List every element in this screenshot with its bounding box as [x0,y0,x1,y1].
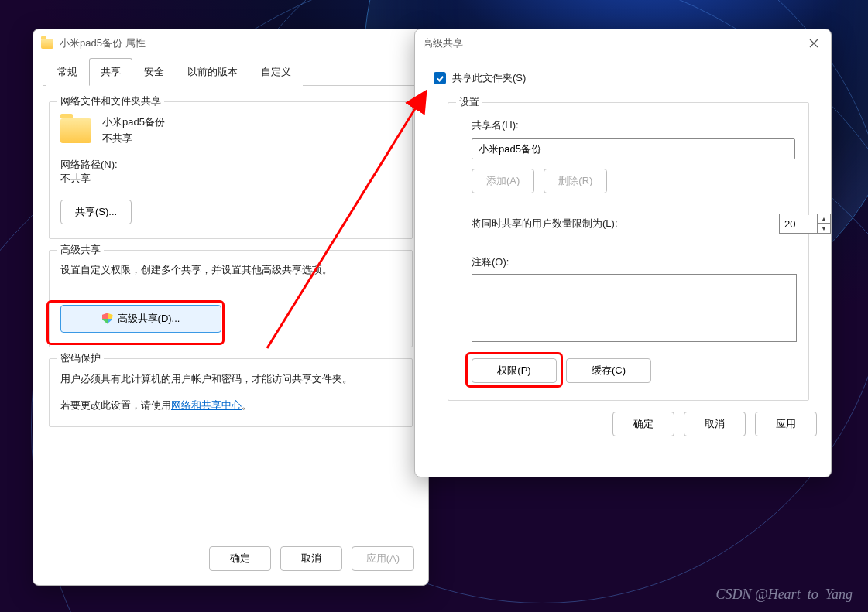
folder-icon [41,39,53,49]
password-info-1: 用户必须具有此计算机的用户帐户和密码，才能访问共享文件夹。 [60,371,401,387]
network-center-link[interactable]: 网络和共享中心 [171,399,242,411]
share-name-label: 共享名(H): [472,118,794,132]
titlebar[interactable]: 高级共享 [415,29,831,57]
add-button[interactable]: 添加(A) [472,169,534,193]
tab-security[interactable]: 安全 [132,58,176,86]
watermark: CSDN @Heart_to_Yang [716,586,853,603]
advanced-description: 设置自定义权限，创建多个共享，并设置其他高级共享选项。 [60,263,401,277]
share-status: 不共享 [102,131,165,147]
comment-input[interactable] [472,274,797,342]
network-path-value: 不共享 [60,172,401,186]
section-legend: 设置 [456,95,482,109]
section-legend: 网络文件和文件夹共享 [57,94,164,108]
folder-name: 小米pad5备份 [102,115,165,131]
section-legend: 密码保护 [57,351,104,365]
settings-section: 设置 共享名(H): 添加(A) 删除(R) 将同时共享的用户数量限制为(L):… [448,102,809,401]
folder-large-icon [60,118,91,143]
close-icon [809,39,818,48]
apply-button[interactable]: 应用(A) [352,546,414,571]
window-title: 高级共享 [423,36,463,50]
advanced-sharing-section: 高级共享 设置自定义权限，创建多个共享，并设置其他高级共享选项。 高级共享(D)… [49,250,413,347]
cache-button[interactable]: 缓存(C) [566,358,651,383]
shield-icon [102,313,113,324]
window-title: 小米pad5备份 属性 [60,36,146,50]
ok-button[interactable]: 确定 [209,546,271,571]
tab-strip: 常规 共享 安全 以前的版本 自定义 [43,57,419,86]
titlebar[interactable]: 小米pad5备份 属性 [33,29,428,57]
advanced-sharing-dialog: 高级共享 共享此文件夹(S) 设置 共享名(H): 添加(A) 删除(R) 将同… [414,29,832,477]
advanced-share-button[interactable]: 高级共享(D)... [60,305,221,333]
section-legend: 高级共享 [57,243,104,257]
cancel-button[interactable]: 取消 [280,546,342,571]
properties-dialog: 小米pad5备份 属性 常规 共享 安全 以前的版本 自定义 网络文件和文件夹共… [33,29,429,586]
user-limit-spinner[interactable]: ▲ ▼ [779,214,831,234]
share-name-input[interactable] [472,138,795,159]
apply-button[interactable]: 应用 [755,412,817,436]
tab-custom[interactable]: 自定义 [249,58,303,86]
tab-sharing[interactable]: 共享 [89,58,132,86]
share-folder-checkbox[interactable] [434,72,446,84]
advanced-share-button-label: 高级共享(D)... [118,312,180,326]
password-info-2-suffix: 。 [242,399,252,411]
share-folder-label: 共享此文件夹(S) [452,71,526,85]
tab-previous-versions[interactable]: 以前的版本 [176,58,249,86]
spinner-up[interactable]: ▲ [818,214,830,224]
comment-label: 注释(O): [472,255,794,269]
remove-button[interactable]: 删除(R) [544,169,607,193]
network-path-label: 网络路径(N): [60,158,401,172]
user-limit-label: 将同时共享的用户数量限制为(L): [472,217,618,231]
permissions-button[interactable]: 权限(P) [472,358,557,383]
spinner-down[interactable]: ▼ [818,224,830,233]
check-icon [436,74,444,83]
cancel-button[interactable]: 取消 [684,412,746,436]
tab-general[interactable]: 常规 [46,58,89,86]
password-protect-section: 密码保护 用户必须具有此计算机的用户帐户和密码，才能访问共享文件夹。 若要更改此… [49,358,413,428]
user-limit-input[interactable] [780,215,817,233]
network-sharing-section: 网络文件和文件夹共享 小米pad5备份 不共享 网络路径(N): 不共享 共享(… [49,101,413,239]
ok-button[interactable]: 确定 [612,412,674,436]
share-button[interactable]: 共享(S)... [60,200,132,224]
close-button[interactable] [805,34,823,53]
password-info-2-prefix: 若要更改此设置，请使用 [60,399,171,411]
